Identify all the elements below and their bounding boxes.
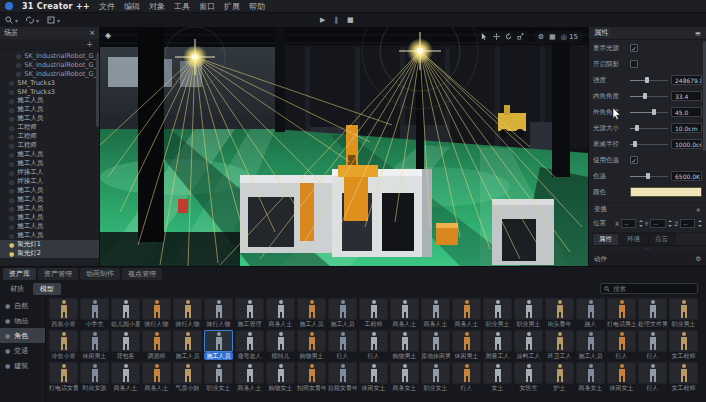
tree-item[interactable]: 施工人员 — [0, 231, 99, 240]
asset-category[interactable]: ● 角色 — [0, 328, 45, 343]
intensity-value[interactable]: 248679.8 — [671, 75, 702, 85]
asset-tile[interactable]: 测量工人 — [483, 330, 512, 360]
close-icon[interactable]: × — [89, 29, 95, 37]
menu-item[interactable]: 编辑 — [124, 1, 140, 12]
panel-resize-handle[interactable]: ··· — [589, 245, 706, 252]
menu-item[interactable]: 扩展 — [224, 1, 240, 12]
asset-tile[interactable]: 休闲女士 — [607, 362, 636, 392]
properties-tab[interactable]: 环境 — [620, 233, 647, 245]
inner-angle-value[interactable]: 33.4 — [671, 91, 702, 101]
asset-tile[interactable]: 职业男士 — [669, 298, 698, 328]
asset-tile[interactable]: 女士 — [483, 362, 512, 392]
tree-item[interactable]: 施工人员 — [0, 222, 99, 231]
asset-tile[interactable]: 调酒师 — [142, 330, 171, 360]
asset-tile[interactable]: 拍照女青年 — [297, 362, 326, 392]
action-settings-icon[interactable]: ⚙ — [695, 255, 701, 263]
asset-tile[interactable]: 工程师 — [359, 298, 388, 328]
menu-item[interactable]: 对象 — [149, 1, 165, 12]
asset-tile[interactable]: 购物男士 — [297, 330, 326, 360]
properties-tab[interactable]: 属性 — [592, 233, 619, 245]
use-temp-checkbox[interactable]: ✓ — [630, 156, 638, 164]
asset-tile[interactable]: 处理文件男士 — [638, 298, 667, 328]
stop-button[interactable]: ■ — [347, 16, 354, 24]
asset-category[interactable]: ● 物品 — [0, 313, 45, 328]
asset-tab[interactable]: 动画制作 — [80, 268, 120, 280]
asset-category[interactable]: ● 交通 — [0, 343, 45, 358]
position-x-field[interactable]: -- — [621, 219, 636, 228]
asset-tile[interactable]: 购物男士 — [390, 330, 419, 360]
asset-tile[interactable]: 西装小哥 — [49, 298, 78, 328]
asset-tile[interactable]: 行人 — [638, 330, 667, 360]
y-stepper[interactable] — [668, 219, 673, 228]
asset-tile[interactable]: 职业男士 — [483, 298, 512, 328]
radius-value[interactable]: 1000.0cm — [671, 139, 702, 149]
asset-tile[interactable]: 休闲男士 — [80, 330, 109, 360]
asset-category[interactable]: ● 建筑 — [0, 358, 45, 373]
menu-item[interactable]: 帮助 — [249, 1, 265, 12]
asset-tile[interactable]: 休闲男士 — [452, 330, 481, 360]
scale-tool-icon[interactable] — [517, 33, 524, 40]
tree-item[interactable]: 工程师 — [0, 123, 99, 132]
intensity-slider[interactable] — [630, 76, 668, 84]
size-value[interactable]: 10.0cm — [671, 123, 702, 133]
asset-tile[interactable]: 商务人士 — [452, 298, 481, 328]
asset-tile[interactable]: 女工程师 — [669, 362, 698, 392]
menu-item[interactable]: 文件 — [99, 1, 115, 12]
asset-tile[interactable]: 施工人员 — [173, 330, 202, 360]
asset-tile[interactable]: 护士 — [545, 362, 574, 392]
asset-tile[interactable]: 商务女士 — [576, 362, 605, 392]
asset-tile[interactable]: 商务人士 — [235, 362, 264, 392]
viewport-3d[interactable]: ◈ ⚙ ▦ ◎ 15 — [100, 27, 588, 266]
asset-tile[interactable]: 休闲女士 — [359, 362, 388, 392]
view-mode-button[interactable]: ▾ — [47, 16, 60, 24]
grid-icon[interactable]: ▦ — [549, 33, 556, 41]
asset-tile[interactable]: 职业女士 — [204, 362, 233, 392]
asset-tile[interactable]: 施工人员 — [328, 298, 357, 328]
add-node-button[interactable]: + — [86, 40, 93, 49]
asset-tile[interactable]: 女工程师 — [669, 330, 698, 360]
snap-tool-button[interactable]: ▾ — [26, 16, 39, 24]
position-z-field[interactable]: -- — [680, 219, 695, 228]
asset-tile[interactable]: 施工管理 — [235, 298, 264, 328]
asset-tile[interactable]: 冷饮小哥 — [49, 330, 78, 360]
outer-angle-value[interactable]: 45.0 — [671, 107, 702, 117]
tree-item[interactable]: 施工人员 — [0, 159, 99, 168]
asset-tile[interactable]: 行人 — [638, 362, 667, 392]
asset-subtab[interactable]: 模型 — [33, 283, 61, 295]
tree-item[interactable]: 施工人员 — [0, 204, 99, 213]
tree-item[interactable]: 施工人员 — [0, 150, 99, 159]
asset-tile[interactable]: 施工人员 — [204, 330, 233, 360]
asset-tile[interactable]: 商务人士 — [142, 362, 171, 392]
z-stepper[interactable] — [697, 219, 702, 228]
search-input[interactable] — [613, 285, 693, 293]
size-slider[interactable] — [630, 124, 668, 132]
view-gizmo-icon[interactable]: ◈ — [105, 31, 111, 40]
asset-tile[interactable]: 商务人士 — [421, 298, 450, 328]
asset-tile[interactable]: 街头青年 — [545, 298, 574, 328]
asset-tab[interactable]: 资产库 — [3, 268, 36, 280]
asset-tile[interactable]: 背包客 — [111, 330, 140, 360]
move-tool-icon[interactable] — [493, 33, 500, 40]
asset-tile[interactable]: 骑行人物 — [173, 298, 202, 328]
tree-item[interactable]: SK_IndustrialRobot_G_I... — [0, 69, 99, 78]
asset-tile[interactable]: 施工人员 — [297, 298, 326, 328]
asset-tab[interactable]: 资产管理 — [38, 268, 78, 280]
asset-subtab[interactable]: 材质 — [3, 283, 31, 295]
tree-item[interactable]: 施工人员 — [0, 105, 99, 114]
asset-tile[interactable]: 路人 — [576, 298, 605, 328]
tree-item[interactable]: SM_Trucks3 — [0, 87, 99, 96]
tree-item[interactable]: 聚光灯2 — [0, 249, 99, 258]
tree-item[interactable]: 施工人员 — [0, 186, 99, 195]
menu-item[interactable]: 工具 — [174, 1, 190, 12]
play-button[interactable]: ▶ — [320, 16, 325, 24]
color-swatch[interactable] — [630, 187, 702, 197]
asset-tile[interactable]: 商务人士 — [111, 362, 140, 392]
x-stepper[interactable] — [638, 219, 643, 228]
asset-tile[interactable]: 职业女士 — [421, 362, 450, 392]
asset-search[interactable] — [600, 283, 698, 294]
asset-tile[interactable]: 行人 — [328, 330, 357, 360]
position-y-field[interactable]: -- — [650, 219, 665, 228]
rotate-tool-icon[interactable] — [505, 33, 512, 40]
asset-tile[interactable]: 拉箱女青年 — [328, 362, 357, 392]
radius-slider[interactable] — [630, 140, 668, 148]
